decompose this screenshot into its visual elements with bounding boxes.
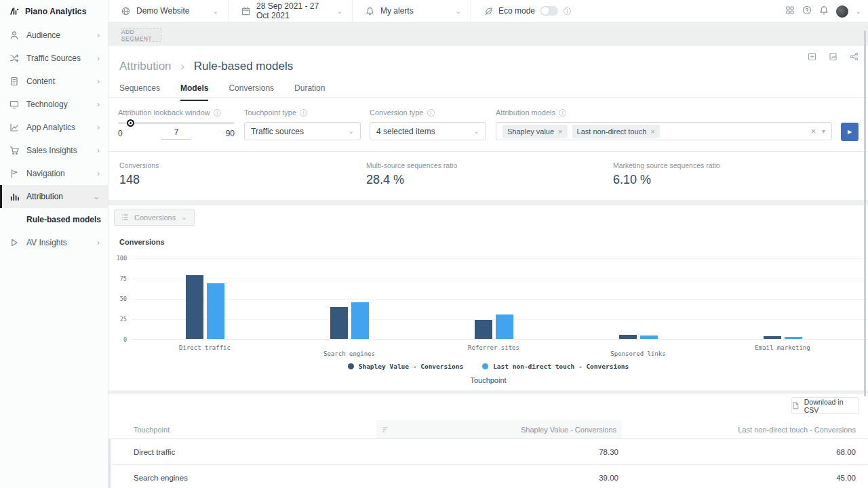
top-bar: Demo Website ⌄ 28 Sep 2021 - 27 Oct 2021… xyxy=(108,0,868,22)
column-header-touchpoint[interactable]: Touchpoint xyxy=(108,426,376,434)
column-header-shapley[interactable]: Shapley Value - Conversions xyxy=(376,420,622,439)
legend-item-last-non-direct-touch-conversions[interactable]: Last non-direct touch - Conversions xyxy=(482,363,629,370)
metric-selector-button[interactable]: Conversions ⌄ xyxy=(114,209,195,226)
remove-tag-icon[interactable]: × xyxy=(650,127,654,136)
breadcrumb-separator: › xyxy=(180,60,184,73)
sidebar-item-rule-based-models[interactable]: Rule-based models xyxy=(0,208,108,231)
sort-filter-icon[interactable] xyxy=(382,426,389,434)
eco-mode-toggle[interactable] xyxy=(540,6,558,16)
legend-dot-icon xyxy=(482,363,488,369)
kpi-conversions: Conversions 148 xyxy=(119,161,159,187)
alerts-value: My alerts xyxy=(380,6,414,16)
attribution-models-filter: Attribution models Shapley value × Last … xyxy=(496,108,832,140)
chart-legend: Shapley Value - ConversionsLast non-dire… xyxy=(108,363,868,370)
app-logo[interactable]: Piano Analytics xyxy=(0,0,108,22)
chart-plot: 0255075100Direct trafficSearch enginesRe… xyxy=(132,258,868,340)
info-icon xyxy=(427,109,435,117)
audience-icon xyxy=(9,30,19,40)
column-header-last-non-direct[interactable]: Last non-direct touch - Conversions xyxy=(622,426,868,434)
date-range-value: 28 Sep 2021 - 27 Oct 2021 xyxy=(256,1,331,20)
table-row-direct-traffic: Direct traffic78.3068.00 xyxy=(108,439,868,465)
chevron-right-icon: › xyxy=(97,54,100,62)
sidebar-item-av-insights[interactable]: AV Insights› xyxy=(0,231,108,254)
list-icon xyxy=(121,214,129,221)
site-selector[interactable]: Demo Website ⌄ xyxy=(108,0,229,22)
touchpoint-type-value: Traffic sources xyxy=(251,127,304,136)
sidebar-item-technology[interactable]: Technology› xyxy=(0,93,108,116)
sales-insights-icon xyxy=(9,146,19,155)
sidebar-item-audience[interactable]: Audience› xyxy=(0,24,108,47)
slider-max: 90 xyxy=(226,129,235,138)
sidebar-item-attribution[interactable]: Attribution⌄ xyxy=(0,185,108,208)
cell-touchpoint: Direct traffic xyxy=(111,448,378,456)
conversion-type-select[interactable]: 4 selected items ⌄ xyxy=(370,122,486,140)
user-avatar[interactable] xyxy=(836,5,848,18)
page-header-card: Attribution › Rule-based models Sequence… xyxy=(108,46,868,200)
x-axis-category-label: Direct traffic xyxy=(179,344,231,351)
notifications-bell-icon[interactable] xyxy=(819,5,829,18)
gridline xyxy=(132,258,868,259)
chart-x-axis-title: Touchpoint xyxy=(108,376,868,384)
page-scrollbar-thumb[interactable] xyxy=(864,30,866,396)
touchpoint-type-filter: Touchpoint type Traffic sources ⌄ xyxy=(244,108,361,140)
bar-shapley-value-conversions-email-marketing xyxy=(764,336,781,339)
y-axis-tick-label: 75 xyxy=(120,275,127,282)
navigation-icon xyxy=(9,169,19,178)
apps-grid-icon[interactable] xyxy=(785,5,795,18)
sidebar-item-content[interactable]: Content› xyxy=(0,70,108,93)
clear-all-icon[interactable]: × xyxy=(811,127,816,136)
technology-icon xyxy=(9,100,19,109)
model-tag-last-non-direct-touch[interactable]: Last non-direct touch × xyxy=(572,125,660,138)
add-segment-button[interactable]: ADD SEGMENT xyxy=(121,28,161,42)
chevron-down-icon: ⌄ xyxy=(337,7,342,15)
gridline xyxy=(132,279,868,279)
av-insights-icon xyxy=(9,238,19,247)
remove-tag-icon[interactable]: × xyxy=(558,127,562,136)
tab-conversions[interactable]: Conversions xyxy=(229,83,274,101)
help-icon[interactable] xyxy=(802,5,812,18)
y-axis-tick-label: 25 xyxy=(120,316,127,323)
lookback-value-input[interactable] xyxy=(161,127,191,140)
attribution-models-select[interactable]: Shapley value × Last non-direct touch × … xyxy=(496,122,832,140)
tab-models[interactable]: Models xyxy=(180,83,208,101)
kpi-multi-source-ratio: Multi-source sequences ratio 28.4 % xyxy=(366,161,457,187)
bell-icon xyxy=(366,7,374,16)
chart-title: Conversions xyxy=(119,238,165,246)
x-axis-category-label: Email marketing xyxy=(755,344,810,351)
x-axis-category-label: Sponsored links xyxy=(610,350,665,357)
sidebar-item-app-analytics[interactable]: App Analytics› xyxy=(0,116,108,139)
download-csv-button[interactable]: Download in CSV xyxy=(791,397,859,414)
gridline xyxy=(132,299,868,300)
tab-duration[interactable]: Duration xyxy=(294,83,325,101)
chevron-down-icon: ⌄ xyxy=(474,127,479,135)
model-tag-shapley-value[interactable]: Shapley value × xyxy=(502,125,568,138)
chevron-down-icon[interactable]: ⌄ xyxy=(856,7,861,15)
sidebar-item-label: Navigation xyxy=(26,169,97,178)
lookback-slider[interactable] xyxy=(118,122,235,124)
cell-shapley-value: 78.30 xyxy=(378,448,624,456)
alerts-selector[interactable]: My alerts ⌄ xyxy=(353,0,471,22)
chevron-down-icon: ⌄ xyxy=(181,214,186,221)
sidebar-item-navigation[interactable]: Navigation› xyxy=(0,162,108,185)
touchpoint-type-select[interactable]: Traffic sources ⌄ xyxy=(244,122,361,140)
info-icon xyxy=(564,7,571,15)
apply-filters-button[interactable]: ▶ xyxy=(841,123,859,141)
slider-min: 0 xyxy=(118,129,123,138)
slider-handle[interactable] xyxy=(127,119,134,127)
sidebar-item-sales-insights[interactable]: Sales Insights› xyxy=(0,139,108,162)
conversion-type-value: 4 selected items xyxy=(376,127,435,136)
breadcrumb-parent[interactable]: Attribution xyxy=(119,60,172,73)
chevron-right-icon: › xyxy=(97,146,100,155)
share-icon[interactable] xyxy=(850,52,859,64)
cell-shapley-value: 39.00 xyxy=(378,474,624,482)
legend-item-shapley-value-conversions[interactable]: Shapley Value - Conversions xyxy=(348,363,463,370)
bar-last-non-direct-touch-conversions-referrer-sites xyxy=(496,314,513,339)
bar-last-non-direct-touch-conversions-email-marketing xyxy=(785,337,802,339)
chevron-down-icon[interactable]: ▾ xyxy=(822,127,825,135)
sidebar-item-traffic-sources[interactable]: Traffic Sources› xyxy=(0,47,108,70)
save-bookmark-icon[interactable] xyxy=(808,52,816,64)
tab-sequences[interactable]: Sequences xyxy=(119,83,160,101)
date-range-selector[interactable]: 28 Sep 2021 - 27 Oct 2021 ⌄ xyxy=(229,0,353,22)
export-report-icon[interactable] xyxy=(829,52,837,64)
bar-shapley-value-conversions-sponsored-links xyxy=(619,335,637,339)
